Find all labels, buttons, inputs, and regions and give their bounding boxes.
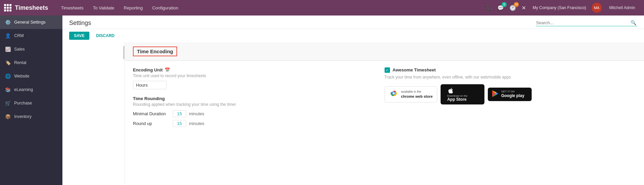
store-badges: available in the chrome web store bbox=[385, 84, 636, 104]
nav-reporting[interactable]: Reporting bbox=[119, 0, 147, 16]
settings-left-col: Encoding Unit 📅 Time unit used to record… bbox=[133, 67, 385, 130]
search-input[interactable] bbox=[536, 20, 631, 25]
sidebar-item-sales[interactable]: 📈 Sales bbox=[0, 42, 62, 56]
sidebar-item-inventory[interactable]: 📦 Inventory bbox=[0, 110, 62, 123]
sidebar-item-label: Purchase bbox=[14, 101, 32, 105]
encoding-unit-select[interactable]: Hours Days Minutes bbox=[133, 81, 167, 89]
sidebar-item-crm[interactable]: 👤 CRM bbox=[0, 29, 62, 42]
app-brand: Timesheets bbox=[15, 4, 48, 11]
search-icon[interactable]: 🔍 bbox=[631, 20, 636, 25]
sidebar-item-elearning[interactable]: 📚 eLearning bbox=[0, 83, 62, 96]
avatar[interactable]: MA bbox=[592, 3, 602, 13]
section-header: Time Encoding bbox=[125, 42, 644, 61]
sidebar-item-rental[interactable]: 🏷️ Rental bbox=[0, 56, 62, 69]
svg-point-3 bbox=[393, 92, 395, 94]
sidebar: ⚙️ General Settings 👤 CRM 📈 Sales 🏷️ Ren… bbox=[0, 16, 62, 185]
calendar-icon: 📅 bbox=[165, 67, 170, 72]
chrome-badge-text: available in the chrome web store bbox=[401, 90, 433, 99]
grid-menu-icon[interactable] bbox=[4, 4, 11, 11]
gear-icon: ⚙️ bbox=[5, 19, 11, 25]
minimal-duration-row: Minimal Duration minutes bbox=[133, 110, 378, 117]
time-rounding-label: Time Rounding bbox=[133, 96, 378, 101]
elearning-icon: 📚 bbox=[5, 87, 11, 93]
nav-timesheets[interactable]: Timesheets bbox=[56, 0, 88, 16]
sidebar-item-label: CRM bbox=[14, 33, 24, 38]
round-up-label: Round up bbox=[133, 121, 170, 126]
time-rounding-group: Time Rounding Rounding applied when trac… bbox=[133, 96, 378, 127]
user-name[interactable]: Mitchell Admin bbox=[605, 0, 640, 16]
awesome-timesheet-header: ✓ Awesome Timesheet bbox=[385, 67, 636, 73]
google-play-badge[interactable]: GET IT ON Google play bbox=[488, 88, 532, 101]
sidebar-item-website[interactable]: 🌐 Website bbox=[0, 69, 62, 83]
search-bar: 🔍 bbox=[536, 20, 637, 26]
page-title: Settings bbox=[69, 20, 91, 27]
app-store-badge[interactable]: Download on the App Store bbox=[441, 84, 484, 104]
settings-section: Time Encoding Encoding Unit 📅 Time unit … bbox=[125, 42, 644, 185]
section-title: Time Encoding bbox=[133, 47, 177, 56]
sidebar-item-label: Inventory bbox=[14, 114, 31, 119]
save-button[interactable]: SAVE bbox=[69, 32, 89, 40]
notification-badge: 9 bbox=[502, 2, 507, 7]
encoding-unit-label: Encoding Unit 📅 bbox=[133, 67, 378, 72]
round-up-row: Round up minutes bbox=[133, 120, 378, 127]
googleplay-icon bbox=[492, 90, 499, 98]
sidebar-item-label: Sales bbox=[14, 47, 25, 52]
minimal-duration-unit: minutes bbox=[189, 111, 204, 116]
clock-icon[interactable]: 🕐 30 bbox=[508, 3, 517, 12]
rental-icon: 🏷️ bbox=[5, 60, 11, 66]
action-bar: SAVE DISCARD bbox=[62, 29, 644, 42]
content-area: Time Encoding Encoding Unit 📅 Time unit … bbox=[62, 42, 644, 185]
settings-right-col: ✓ Awesome Timesheet Track your time from… bbox=[385, 67, 636, 130]
settings-nav bbox=[62, 42, 125, 185]
minimal-duration-input[interactable] bbox=[173, 110, 186, 117]
sales-icon: 📈 bbox=[5, 46, 11, 52]
sidebar-item-general-settings[interactable]: ⚙️ General Settings bbox=[0, 16, 62, 29]
crm-icon: 👤 bbox=[5, 33, 11, 39]
sidebar-item-label: eLearning bbox=[14, 87, 33, 92]
close-icon[interactable]: ✕ bbox=[520, 3, 527, 12]
topnav-right: 📞 💬 9 🕐 30 ✕ My Company (San Francisco) … bbox=[484, 0, 640, 16]
nav-to-validate[interactable]: To Validate bbox=[88, 0, 119, 16]
round-up-input[interactable] bbox=[173, 120, 186, 127]
website-icon: 🌐 bbox=[5, 73, 11, 79]
round-up-unit: minutes bbox=[189, 121, 204, 126]
encoding-unit-group: Encoding Unit 📅 Time unit used to record… bbox=[133, 67, 378, 89]
settings-header: Settings 🔍 bbox=[62, 16, 644, 29]
main-content: Settings 🔍 SAVE DISCARD Time Encoding bbox=[62, 16, 644, 185]
top-navigation: Timesheets Timesheets To Validate Report… bbox=[0, 0, 644, 16]
sidebar-item-purchase[interactable]: 🛒 Purchase bbox=[0, 96, 62, 110]
sidebar-item-label: Rental bbox=[14, 60, 26, 65]
chrome-logo-icon bbox=[389, 89, 398, 100]
sidebar-item-label: General Settings bbox=[14, 20, 46, 25]
time-rounding-desc: Rounding applied when tracking your time… bbox=[133, 102, 378, 107]
inventory-icon: 📦 bbox=[5, 114, 11, 120]
chrome-web-store-badge[interactable]: available in the chrome web store bbox=[385, 86, 437, 102]
awesome-timesheet-group: ✓ Awesome Timesheet Track your time from… bbox=[385, 67, 636, 104]
purchase-icon: 🛒 bbox=[5, 100, 11, 106]
nav-scrollbar bbox=[123, 46, 124, 59]
settings-grid: Encoding Unit 📅 Time unit used to record… bbox=[125, 61, 644, 136]
discard-button[interactable]: DISCARD bbox=[93, 32, 118, 40]
encoding-unit-select-wrapper: Hours Days Minutes bbox=[133, 81, 378, 89]
clock-badge: 30 bbox=[514, 2, 519, 7]
awesome-timesheet-checkbox[interactable]: ✓ bbox=[385, 67, 390, 73]
nav-configuration[interactable]: Configuration bbox=[147, 0, 183, 16]
awesome-timesheet-title: Awesome Timesheet bbox=[393, 67, 436, 72]
sidebar-item-label: Website bbox=[14, 74, 29, 79]
encoding-unit-desc: Time unit used to record your timesheets bbox=[133, 73, 378, 78]
company-name[interactable]: My Company (San Francisco) bbox=[533, 5, 586, 10]
phone-icon[interactable]: 📞 bbox=[484, 3, 493, 12]
notifications-icon[interactable]: 💬 9 bbox=[496, 3, 505, 12]
awesome-timesheet-desc: Track your time from anywhere, even offl… bbox=[385, 75, 636, 80]
main-layout: ⚙️ General Settings 👤 CRM 📈 Sales 🏷️ Ren… bbox=[0, 16, 644, 185]
minimal-duration-label: Minimal Duration bbox=[133, 111, 170, 116]
